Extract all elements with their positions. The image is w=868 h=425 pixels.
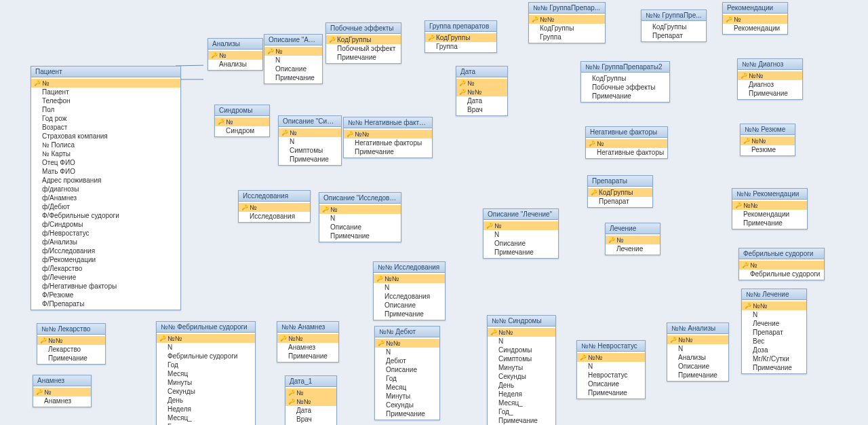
table-field[interactable]: Резюме [741,145,795,154]
table-field[interactable]: Анамнез [33,396,91,405]
table-field[interactable]: 🔑№ [33,388,91,396]
table-field[interactable]: 🔑№№ [667,335,728,344]
table-field[interactable]: Препарат [742,328,806,337]
table-field[interactable]: 🔑№ [239,203,310,212]
table-field[interactable]: Анамнез [277,343,338,352]
table-field[interactable]: Препарат [642,31,706,40]
table-field[interactable]: Примечание [732,219,807,227]
table-field[interactable]: № Карты [31,149,180,158]
table-field[interactable]: 🔑№ [285,388,336,397]
table-nn_research[interactable]: №№ Исследования🔑№№NИсследованияОписаниеП… [373,261,446,320]
table-field[interactable]: N [375,348,439,356]
table-field[interactable]: Примечание [37,354,105,363]
table-field[interactable]: Адрес проживания [31,176,180,185]
table-nn_syndromes[interactable]: №№ Синдромы🔑№№NСиндромыСимптомыМинутыСек… [487,315,556,425]
table-field[interactable]: 🔑№ [215,117,269,126]
table-field[interactable]: 🔑КодГруппы [326,35,401,44]
table-field[interactable]: N [742,310,806,319]
table-field[interactable]: Секунды [375,401,439,409]
table-field[interactable]: Описание [374,301,445,310]
table-field[interactable]: 🔑№ [279,128,341,137]
table-field[interactable]: 🔑№№ [285,397,336,406]
table-field[interactable]: 🔑№ [723,15,787,24]
table-field[interactable]: Возраст [31,123,180,132]
table-febrile[interactable]: Фебрильные судороги🔑№Фебрильные судороги [738,248,825,280]
table-header[interactable]: №№ Анамнез [277,322,338,333]
table-field[interactable]: Описание [667,362,728,371]
table-field[interactable]: Описание [577,380,645,388]
table-field[interactable]: Вес [742,337,806,346]
table-field[interactable]: Примечание [326,53,401,62]
table-header[interactable]: Дата [456,67,507,77]
table-header[interactable]: Группа препаратов [425,21,496,32]
table-field[interactable]: Примечание [667,371,728,380]
table-header[interactable]: Исследования [239,191,310,202]
table-field[interactable]: N [279,137,341,146]
table-header[interactable]: Фебрильные судороги [739,248,824,259]
table-field[interactable]: Врач [285,415,336,424]
table-field[interactable]: Год_ [157,422,255,425]
table-field[interactable]: 🔑№№ [732,201,807,210]
table-field[interactable]: № Полиса [31,141,180,149]
table-field[interactable]: Месяц [375,383,439,392]
table-field[interactable]: 🔑№ [264,47,322,56]
table-field[interactable]: ф/диагнозы [31,185,180,193]
table-field[interactable]: Исследования [374,292,445,301]
table-neg_factors[interactable]: Негативные факторы🔑№Негативные факторы [585,126,668,159]
table-field[interactable]: 🔑№№ [344,130,432,138]
table-field[interactable]: Секунды [488,372,555,381]
table-field[interactable]: N [264,56,322,64]
table-header[interactable]: №№ Синдромы [488,316,555,327]
table-field[interactable]: Примечание [488,416,555,425]
table-nn_neurostatus[interactable]: №№ Невростатус🔑№№NНевростатусОписаниеПри… [576,340,646,399]
table-nn_group_pre2[interactable]: №№ ГруппаПре...КодГруппыПрепарат [641,10,707,42]
table-field[interactable]: Примечание [279,155,341,164]
table-field[interactable]: ф/Невростатус [31,229,180,238]
table-field[interactable]: Ф/Резюме [31,291,180,299]
table-nn_anamnez[interactable]: №№ Анамнез🔑№№АнамнезПримечание [277,321,339,363]
table-field[interactable]: N [157,343,255,352]
table-field[interactable]: 🔑КодГруппы [425,33,496,42]
table-field[interactable]: 🔑№№ [529,15,605,24]
table-header[interactable]: №№ Дебют [375,327,439,337]
table-header[interactable]: №№ Резюме [741,124,795,135]
table-nn_drug[interactable]: №№ Лекарство🔑№№ЛекарствоПримечание [37,323,106,365]
table-field[interactable]: Месяц_ [488,399,555,407]
table-field[interactable]: Мать ФИО [31,167,180,176]
table-field[interactable]: Месяц [157,369,255,378]
table-field[interactable]: Лечение [742,319,806,328]
table-field[interactable]: Дата [285,406,336,415]
table-field[interactable]: Минуты [157,378,255,387]
table-field[interactable]: Исследования [239,212,310,221]
table-desc_synd[interactable]: Описание "Синд...🔑№NСимптомыПримечание [278,115,342,166]
table-header[interactable]: №№ Невростатус [577,341,645,352]
table-field[interactable]: Группа [425,42,496,51]
table-field[interactable]: Год [157,361,255,369]
table-field[interactable]: Рекомендации [732,210,807,219]
table-field[interactable]: Диагноз [738,80,802,89]
table-field[interactable]: N [484,230,558,239]
table-field[interactable]: 🔑№№ [456,88,507,96]
table-field[interactable]: Невростатус [577,371,645,380]
table-anamnez[interactable]: Анамнез🔑№Анамнез [33,375,92,407]
table-field[interactable]: День [157,396,255,405]
diagram-canvas[interactable]: Пациент🔑№ПациентТелефонПолГод рожВозраст… [0,0,868,425]
table-field[interactable]: Ф/Фебрильные судороги [31,211,180,220]
table-field[interactable]: Примечание [277,352,338,361]
table-field[interactable]: Примечание [738,89,802,98]
table-field[interactable]: Неделя [488,390,555,399]
table-field[interactable]: Группа [529,33,605,41]
table-field[interactable]: Негативные факторы [344,138,432,147]
table-header[interactable]: Анализы [208,39,262,50]
table-field[interactable]: 🔑№№ [374,274,445,283]
table-field[interactable]: Ф/Препараты [31,299,180,308]
table-field[interactable]: Примечание [581,92,669,100]
table-field[interactable]: Анализы [667,353,728,362]
table-field[interactable]: 🔑№ [31,79,180,88]
table-date_1[interactable]: Дата_1🔑№🔑№№ДатаВрач [285,375,337,425]
table-field[interactable]: Побочный эффект [326,44,401,53]
table-field[interactable]: Дата [456,96,507,105]
table-field[interactable]: N [577,362,645,371]
table-nn_resume[interactable]: №№ Резюме🔑№№Резюме [740,124,795,156]
table-header[interactable]: №№ Исследования [374,262,445,273]
